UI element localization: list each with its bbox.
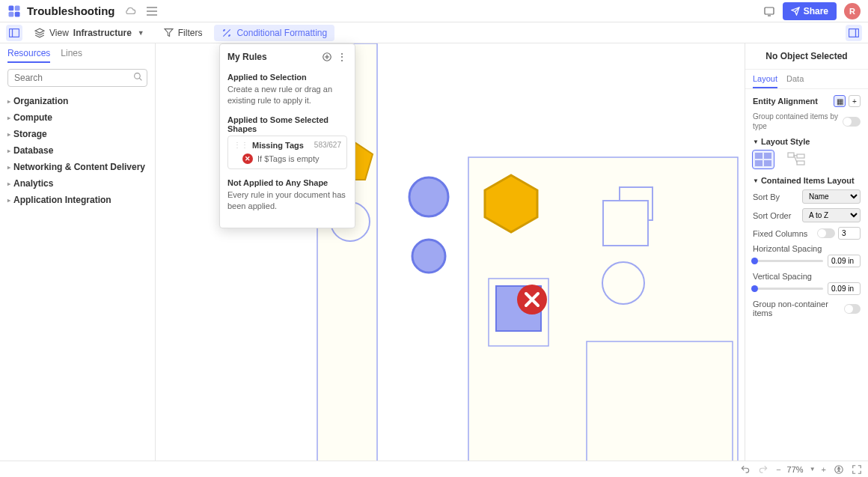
applied-selection-text: Create a new rule or drag an existing ru… [227, 84, 347, 106]
zoom-in-button[interactable]: + [822, 465, 826, 474]
svg-point-25 [409, 177, 448, 216]
fixed-columns-toggle[interactable] [817, 228, 835, 238]
conditional-formatting-label: Conditional Formatting [236, 28, 327, 38]
svg-rect-30 [603, 201, 648, 246]
chevron-down-icon: ▼ [138, 29, 144, 37]
app-logo-icon [7, 4, 21, 18]
selection-header: No Object Selected [745, 43, 868, 70]
tree-item-compute[interactable]: ▸Compute [7, 109, 147, 126]
accessibility-icon[interactable] [834, 464, 844, 475]
undo-button[interactable] [740, 464, 751, 475]
bottom-bar: − 77% ▼ + [0, 461, 868, 477]
svg-line-17 [139, 78, 141, 80]
svg-rect-37 [755, 160, 762, 166]
svg-rect-14 [849, 28, 859, 37]
group-by-type-toggle[interactable] [843, 117, 861, 127]
tab-resources[interactable]: Resources [7, 48, 50, 63]
tree-item-analytics[interactable]: ▸Analytics [7, 175, 147, 192]
applied-some-title: Applied to Some Selected Shapes [227, 115, 347, 133]
svg-point-26 [412, 240, 445, 273]
menu-icon[interactable] [147, 7, 157, 16]
tree-item-storage[interactable]: ▸Storage [7, 126, 147, 142]
fixed-columns-label: Fixed Columns [753, 229, 807, 238]
contained-items-section[interactable]: ▼Contained Items Layout [753, 176, 861, 185]
right-panel-toggle[interactable] [846, 25, 862, 41]
share-button[interactable]: Share [783, 2, 837, 20]
svg-rect-40 [797, 154, 804, 158]
not-applied-text: Every rule in your document has been app… [227, 189, 347, 212]
drag-handle-icon[interactable]: ⋮⋮ [233, 141, 248, 149]
layout-style-section[interactable]: ▼Layout Style [753, 137, 861, 146]
rule-count: 583/627 [314, 141, 341, 149]
conditional-formatting-popup: My Rules ⋮ Applied to Selection Create a… [219, 43, 355, 228]
tree-item-application-integration[interactable]: ▸Application Integration [7, 192, 147, 208]
tree-item-networking[interactable]: ▸Networking & Content Delivery [7, 159, 147, 175]
svg-rect-39 [788, 153, 794, 157]
group-noncontainer-toggle[interactable] [844, 304, 861, 314]
hspacing-label: Horizontal Spacing [753, 244, 861, 253]
svg-rect-2 [9, 11, 14, 16]
group-noncontainer-label: Group non-container items [753, 300, 844, 318]
rule-name: Missing Tags [252, 141, 304, 150]
tab-data[interactable]: Data [786, 74, 804, 88]
rules-more-icon[interactable]: ⋮ [337, 52, 347, 62]
redo-button[interactable] [758, 464, 768, 475]
add-rule-icon[interactable] [322, 52, 332, 62]
sort-by-select[interactable]: Name [802, 189, 861, 204]
layout-style-grid[interactable] [753, 151, 774, 168]
sort-order-select[interactable]: A to Z [802, 208, 861, 222]
share-button-label: Share [804, 6, 828, 16]
svg-rect-0 [9, 5, 14, 10]
filters-label: Filters [178, 28, 203, 38]
tab-layout[interactable]: Layout [753, 74, 777, 88]
svg-point-27 [602, 262, 644, 304]
svg-rect-9 [10, 28, 19, 37]
presentation-icon[interactable] [763, 5, 775, 17]
top-bar: Troubleshooting Share R [0, 0, 868, 22]
sort-by-label: Sort By [753, 192, 780, 201]
rule-condition: If $Tags is empty [257, 154, 320, 163]
svg-rect-3 [15, 11, 20, 16]
align-add-button[interactable]: + [849, 95, 861, 107]
view-selector[interactable]: View Infrastructure ▼ [27, 25, 152, 41]
svg-point-12 [224, 29, 224, 30]
layout-style-tree[interactable] [786, 151, 807, 168]
svg-point-16 [135, 73, 141, 79]
fullscreen-icon[interactable] [852, 464, 862, 475]
svg-rect-35 [755, 153, 762, 159]
svg-rect-1 [15, 5, 20, 10]
not-applied-title: Not Applied to Any Shape [227, 178, 347, 187]
tab-lines[interactable]: Lines [61, 48, 82, 63]
zoom-out-button[interactable]: − [776, 465, 780, 474]
toolbar: View Infrastructure ▼ Filters Conditiona… [0, 22, 868, 43]
svg-point-45 [838, 467, 840, 468]
left-panel-toggle[interactable] [6, 25, 22, 41]
svg-marker-11 [165, 29, 173, 37]
user-avatar[interactable]: R [844, 3, 861, 19]
vspacing-slider[interactable] [753, 288, 823, 290]
search-input[interactable] [7, 69, 147, 87]
filters-button[interactable]: Filters [156, 25, 210, 41]
zoom-level[interactable]: 77% [787, 465, 804, 474]
document-title: Troubleshooting [27, 4, 115, 17]
svg-rect-36 [764, 153, 771, 159]
left-sidebar: Resources Lines ▸Organization ▸Compute ▸… [0, 43, 156, 461]
sort-order-label: Sort Order [753, 211, 791, 220]
view-label: View [49, 28, 69, 38]
vspacing-input[interactable] [828, 282, 861, 295]
fixed-columns-input[interactable] [838, 227, 861, 240]
svg-rect-38 [764, 160, 771, 166]
rule-card[interactable]: ⋮⋮ Missing Tags 583/627 ✕ If $Tags is em… [227, 136, 347, 169]
search-icon[interactable] [133, 72, 143, 82]
svg-rect-7 [765, 7, 774, 14]
tree-item-database[interactable]: ▸Database [7, 142, 147, 159]
hspacing-slider[interactable] [753, 260, 823, 262]
rules-title: My Rules [227, 52, 267, 62]
entity-alignment-desc: Group contained items by type [753, 112, 843, 131]
hspacing-input[interactable] [828, 255, 861, 267]
conditional-formatting-button[interactable]: Conditional Formatting [214, 25, 334, 41]
zoom-dropdown[interactable]: ▼ [810, 466, 816, 473]
align-grid-button[interactable]: ▦ [834, 95, 846, 107]
cloud-sync-icon [124, 7, 136, 16]
tree-item-organization[interactable]: ▸Organization [7, 93, 147, 109]
